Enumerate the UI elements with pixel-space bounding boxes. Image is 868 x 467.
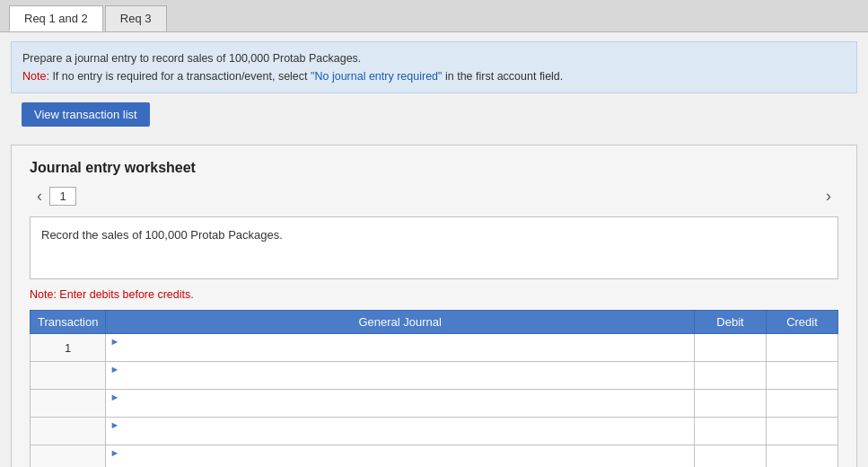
input-credit-3[interactable] [770, 397, 834, 410]
nav-prev-arrow[interactable]: ‹ [30, 187, 49, 206]
row-arrow-3: ► [110, 392, 119, 402]
input-general-3[interactable] [110, 403, 690, 417]
th-general-journal: General Journal [106, 311, 695, 334]
input-general-5[interactable] [110, 459, 690, 467]
table-row: ► [31, 362, 838, 390]
nav-next-arrow[interactable]: › [819, 187, 838, 206]
page-wrapper: Req 1 and 2 Req 3 Prepare a journal entr… [0, 0, 868, 467]
note-quote: "No journal entry required" [311, 70, 442, 83]
cell-debit-5[interactable] [695, 445, 767, 468]
table-row: 1 ► [31, 334, 838, 362]
cell-credit-1[interactable] [767, 334, 838, 362]
tab-req-3[interactable]: Req 3 [105, 5, 167, 31]
table-row: ► [31, 445, 838, 468]
row-arrow-1: ► [110, 336, 119, 347]
tabs-bar: Req 1 and 2 Req 3 [0, 0, 868, 32]
cell-transaction-5 [31, 445, 106, 468]
tab-req-1-2[interactable]: Req 1 and 2 [9, 5, 103, 31]
input-credit-5[interactable] [770, 453, 834, 466]
nav-number: 1 [49, 187, 76, 206]
input-general-2[interactable] [110, 375, 690, 389]
note-enter: Note: Enter debits before credits. [30, 288, 838, 301]
cell-general-4[interactable]: ► [106, 418, 695, 445]
input-general-1[interactable] [110, 348, 690, 361]
input-debit-5[interactable] [698, 453, 762, 466]
cell-transaction-3 [31, 390, 106, 418]
cell-transaction-2 [31, 362, 106, 390]
cell-transaction-4 [31, 418, 106, 445]
row-arrow-5: ► [110, 447, 119, 458]
table-row: ► [31, 418, 838, 445]
banner-note: Note: If no entry is required for a tran… [22, 67, 846, 85]
cell-general-2[interactable]: ► [106, 362, 695, 390]
info-banner: Prepare a journal entry to record sales … [11, 41, 857, 93]
cell-credit-5[interactable] [767, 445, 838, 468]
nav-row: ‹ 1 › [30, 187, 838, 206]
description-text: Record the sales of 100,000 Protab Packa… [41, 228, 283, 242]
input-credit-1[interactable] [770, 341, 834, 355]
row-arrow-4: ► [110, 419, 119, 430]
card-title: Journal entry worksheet [30, 160, 838, 176]
table-row: ► [31, 390, 838, 418]
input-debit-1[interactable] [698, 341, 762, 355]
input-debit-3[interactable] [698, 397, 762, 410]
th-transaction: Transaction [31, 311, 106, 334]
description-box: Record the sales of 100,000 Protab Packa… [30, 216, 838, 279]
note-text: If no entry is required for a transactio… [52, 70, 311, 83]
cell-debit-4[interactable] [695, 418, 767, 445]
input-debit-2[interactable] [698, 369, 762, 383]
journal-card: Journal entry worksheet ‹ 1 › Record the… [11, 145, 857, 467]
cell-general-3[interactable]: ► [106, 390, 695, 418]
cell-debit-2[interactable] [695, 362, 767, 390]
journal-table: Transaction General Journal Debit Credit… [30, 310, 838, 467]
view-transaction-button[interactable]: View transaction list [22, 102, 150, 127]
cell-debit-1[interactable] [695, 334, 767, 362]
note-suffix: in the first account field. [445, 70, 563, 83]
cell-transaction-1: 1 [31, 334, 106, 362]
banner-main-text: Prepare a journal entry to record sales … [22, 49, 846, 67]
input-credit-4[interactable] [770, 425, 834, 438]
input-credit-2[interactable] [770, 369, 834, 383]
cell-credit-3[interactable] [767, 390, 838, 418]
cell-credit-2[interactable] [767, 362, 838, 390]
cell-general-5[interactable]: ► [106, 445, 695, 468]
row-arrow-2: ► [110, 364, 119, 374]
th-credit: Credit [767, 311, 838, 334]
cell-credit-4[interactable] [767, 418, 838, 445]
th-debit: Debit [695, 311, 767, 334]
cell-debit-3[interactable] [695, 390, 767, 418]
input-debit-4[interactable] [698, 425, 762, 438]
note-label: Note: [22, 70, 49, 83]
cell-general-1[interactable]: ► [106, 334, 695, 362]
input-general-4[interactable] [110, 431, 690, 445]
